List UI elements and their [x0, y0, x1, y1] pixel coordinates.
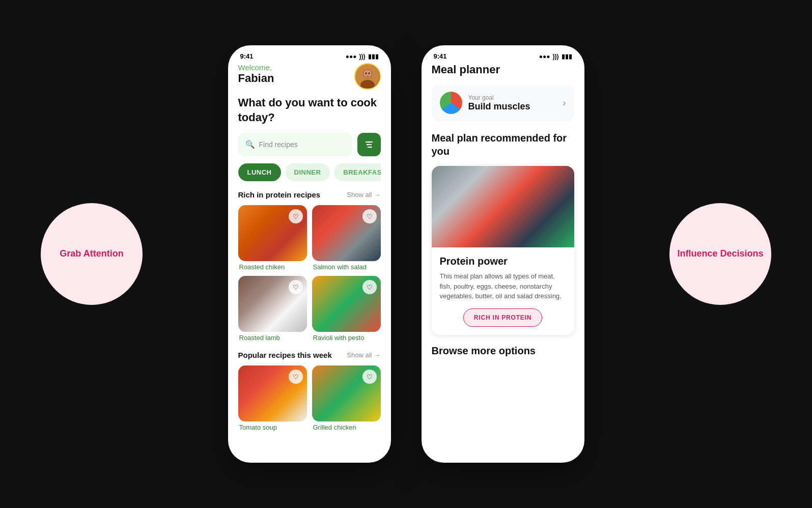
search-row: 🔍 Find recipes — [238, 133, 381, 156]
recipe-card-lamb[interactable]: ♡ — [238, 276, 307, 332]
welcome-label: Welcome, — [238, 63, 274, 72]
wifi-icon: ))) — [359, 53, 366, 60]
favorite-button-5[interactable]: ♡ — [289, 370, 303, 384]
scene: Grab Attention 9:41 ●●● ))) ▮▮▮ Welcome, — [0, 0, 812, 508]
battery-icon: ▮▮▮ — [368, 53, 379, 60]
popular-section-title: Popular recipes this week — [238, 351, 332, 359]
protein-section-header: Rich in protein recipes Show all → — [238, 190, 381, 199]
signal-icon: ●●● — [346, 53, 357, 60]
status-icons-right: ●●● ))) ▮▮▮ — [539, 53, 572, 60]
goal-card[interactable]: Your goal Build muscles › — [432, 84, 574, 121]
recipe-card-salmon[interactable]: ♡ — [312, 205, 381, 261]
meal-plan-section-title: Meal plan recommended for you — [432, 131, 574, 158]
header-row: Welcome, Fabian — [238, 63, 381, 90]
search-box[interactable]: 🔍 Find recipes — [238, 133, 352, 156]
goal-icon — [440, 92, 462, 114]
time-left: 9:41 — [240, 52, 254, 60]
search-placeholder: Find recipes — [259, 140, 298, 149]
grab-attention-text: Grab Attention — [60, 248, 123, 260]
right-phone-content: Meal planner Your goal Build muscles › M… — [422, 63, 584, 463]
right-phone: 9:41 ●●● ))) ▮▮▮ Meal planner Your goal — [422, 45, 584, 463]
svg-point-11 — [370, 147, 372, 148]
popular-show-all[interactable]: Show all → — [347, 351, 380, 359]
svg-point-10 — [367, 144, 368, 146]
list-item[interactable]: ♡ Grilled chicken — [312, 365, 381, 431]
recipe-name-grilled: Grilled chicken — [312, 424, 381, 431]
avatar-image — [356, 65, 379, 88]
browse-title: Browse more options — [432, 345, 574, 357]
grab-attention-badge: Grab Attention — [41, 203, 143, 305]
tab-lunch[interactable]: LUNCH — [238, 163, 281, 181]
list-item[interactable]: ♡ Tomato soup — [238, 365, 307, 431]
meal-plan-description: This meal plan allows all types of meat,… — [440, 271, 566, 301]
tab-breakfast[interactable]: BREAKFAST — [334, 163, 380, 181]
status-bar-right: 9:41 ●●● ))) ▮▮▮ — [422, 45, 584, 63]
favorite-button-4[interactable]: ♡ — [362, 280, 377, 294]
favorite-button-3[interactable]: ♡ — [289, 280, 303, 294]
wifi-icon-right: ))) — [553, 53, 559, 60]
meal-plan-card[interactable]: Protein power This meal plan allows all … — [432, 166, 574, 335]
meal-plan-name: Protein power — [440, 256, 566, 267]
list-item[interactable]: ♡ Roasted chiken — [238, 205, 307, 271]
influence-decisions-badge: Influence Decisions — [669, 203, 771, 305]
recipe-card-grilled[interactable]: ♡ — [312, 365, 381, 421]
influence-decisions-text: Influence Decisions — [677, 248, 763, 260]
svg-point-9 — [368, 142, 370, 143]
filter-icon — [364, 139, 374, 150]
recipe-name-salmon: Salmon with salad — [312, 263, 381, 271]
recipe-name-ravioli: Ravioli with pesto — [312, 334, 381, 342]
signal-icon-right: ●●● — [539, 53, 550, 60]
svg-point-5 — [368, 72, 370, 74]
protein-show-all[interactable]: Show all → — [347, 191, 380, 199]
goal-info: Your goal Build muscles — [468, 94, 530, 112]
battery-icon-right: ▮▮▮ — [562, 53, 572, 60]
recipe-grid: ♡ Roasted chiken ♡ Salmon with salad — [238, 205, 381, 342]
favorite-button-2[interactable]: ♡ — [362, 209, 377, 223]
avatar[interactable] — [354, 63, 381, 90]
search-icon: 🔍 — [245, 140, 255, 149]
list-item[interactable]: ♡ Salmon with salad — [312, 205, 381, 271]
user-name: Fabian — [238, 72, 274, 85]
phones-wrapper: 9:41 ●●● ))) ▮▮▮ Welcome, Fabian — [228, 45, 584, 463]
user-greeting: Welcome, Fabian — [238, 63, 274, 85]
goal-label: Your goal — [468, 94, 530, 101]
meal-tabs: LUNCH DINNER BREAKFAST — [238, 163, 381, 181]
favorite-button-6[interactable]: ♡ — [362, 370, 377, 384]
recipe-card-ravioli[interactable]: ♡ — [312, 276, 381, 332]
left-phone: 9:41 ●●● ))) ▮▮▮ Welcome, Fabian — [228, 45, 391, 463]
recipe-name-roasted-chicken: Roasted chiken — [238, 263, 307, 271]
popular-section-header: Popular recipes this week Show all → — [238, 351, 381, 359]
popular-recipe-grid: ♡ Tomato soup ♡ Grilled chicken — [238, 365, 381, 431]
goal-value: Build muscles — [468, 101, 530, 112]
meal-plan-body: Protein power This meal plan allows all … — [432, 247, 574, 335]
recipe-card-tomato-soup[interactable]: ♡ — [238, 365, 307, 421]
time-right: 9:41 — [434, 52, 447, 60]
rich-in-protein-badge[interactable]: RICH IN PROTEIN — [463, 308, 542, 327]
left-phone-content: Welcome, Fabian — [228, 63, 391, 463]
tab-dinner[interactable]: DINNER — [285, 163, 330, 181]
meal-plan-image — [432, 166, 574, 247]
status-icons-left: ●●● ))) ▮▮▮ — [346, 53, 379, 60]
goal-card-left: Your goal Build muscles — [440, 92, 530, 114]
status-bar-left: 9:41 ●●● ))) ▮▮▮ — [228, 45, 391, 63]
list-item[interactable]: ♡ Ravioli with pesto — [312, 276, 381, 342]
protein-section-title: Rich in protein recipes — [238, 190, 321, 199]
filter-button[interactable] — [357, 133, 381, 156]
recipe-name-tomato-soup: Tomato soup — [238, 424, 307, 431]
recipe-card-roasted-chicken[interactable]: ♡ — [238, 205, 307, 261]
cook-question: What do you want to cook today? — [238, 96, 381, 125]
recipe-name-lamb: Roasted lamb — [238, 334, 307, 342]
favorite-button-1[interactable]: ♡ — [289, 209, 303, 223]
chevron-right-icon: › — [563, 98, 566, 108]
svg-point-4 — [365, 72, 367, 74]
list-item[interactable]: ♡ Roasted lamb — [238, 276, 307, 342]
page-title: Meal planner — [432, 63, 574, 76]
